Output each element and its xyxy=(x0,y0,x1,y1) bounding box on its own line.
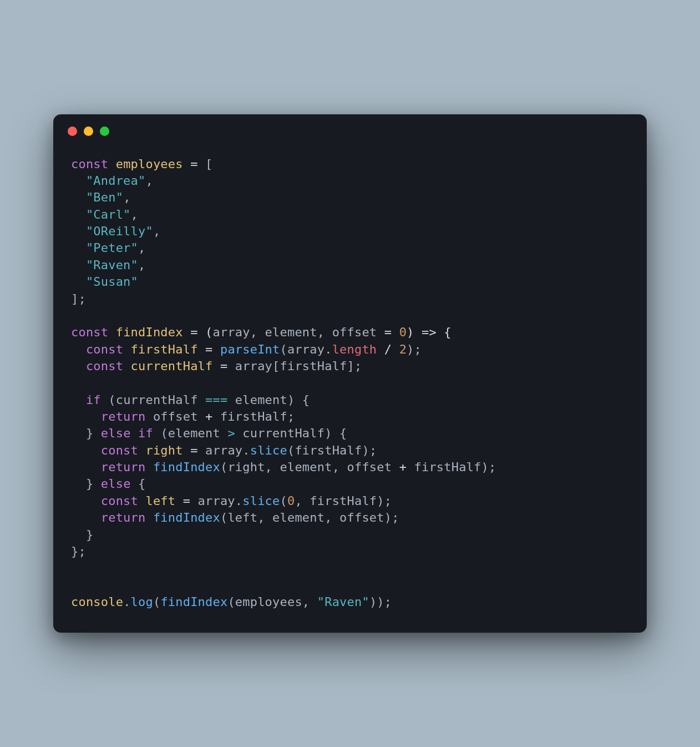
punc-rbrace: } xyxy=(86,426,93,440)
keyword-const: const xyxy=(86,342,123,356)
param-array: array xyxy=(212,325,250,339)
ref-currenthalf: currentHalf xyxy=(242,426,324,440)
punc-comma: , xyxy=(153,224,160,238)
ident-currenthalf: currentHalf xyxy=(131,359,213,373)
op-eq: = xyxy=(198,342,220,356)
punc-rparen-semi: ); xyxy=(362,443,377,457)
punc-rparen-rparen-semi: )); xyxy=(369,595,392,609)
ref-right: right xyxy=(227,460,265,474)
punc-dot: . xyxy=(242,443,250,457)
punc-lparen: ( xyxy=(280,342,287,356)
arrow-open: = ( xyxy=(183,325,213,339)
punc-rparen-semi: ); xyxy=(481,460,496,474)
keyword-return: return xyxy=(101,511,146,524)
punc-rbracket: ] xyxy=(347,359,354,373)
keyword-if: if xyxy=(86,393,101,407)
keyword-const: const xyxy=(86,359,123,373)
str-oreilly: "OReilly" xyxy=(86,224,153,238)
minimize-icon[interactable] xyxy=(84,127,93,136)
punc-semi: ; xyxy=(78,544,85,558)
fn-slice: slice xyxy=(242,494,280,508)
ref-element: element xyxy=(280,460,332,474)
keyword-else: else xyxy=(101,477,131,491)
ref-firsthalf: firstHalf xyxy=(310,494,377,508)
punc-rbrace: } xyxy=(71,544,78,558)
punc-lparen: ( xyxy=(160,426,168,440)
fn-slice: slice xyxy=(250,443,287,457)
op-plus: + xyxy=(392,460,414,474)
punc-rparen-semi: ); xyxy=(377,494,392,508)
punc-comma: , xyxy=(123,190,130,204)
fn-log: log xyxy=(131,595,153,609)
punc-dot: . xyxy=(235,494,242,508)
ref-element: element xyxy=(235,393,287,407)
punc-lparen: ( xyxy=(153,595,160,609)
punc-lparen: ( xyxy=(287,443,295,457)
param-element: element xyxy=(265,325,317,339)
punc-comma: , xyxy=(302,595,317,609)
ref-element: element xyxy=(272,511,324,524)
op-gt: > xyxy=(220,426,242,440)
punc-lparen: ( xyxy=(220,511,227,524)
punc-dot: . xyxy=(324,342,332,356)
num-zero: 0 xyxy=(399,325,407,339)
op-eq: = xyxy=(183,157,205,171)
punc-lbrace: { xyxy=(138,477,145,491)
op-eq: = xyxy=(183,443,205,457)
ref-array: array xyxy=(235,359,272,373)
punc-lparen: ( xyxy=(220,460,227,474)
param-offset: offset xyxy=(332,325,377,339)
zoom-icon[interactable] xyxy=(100,127,109,136)
fn-findindex: findIndex xyxy=(153,460,220,474)
str-susan: "Susan" xyxy=(86,275,138,289)
fn-findindex: findIndex xyxy=(153,511,220,524)
str-carl: "Carl" xyxy=(86,208,131,221)
ident-left: left xyxy=(145,494,175,508)
punc-semi: ; xyxy=(287,410,295,423)
ref-offset: offset xyxy=(153,410,198,423)
str-andrea: "Andrea" xyxy=(86,174,146,188)
window-titlebar xyxy=(53,114,647,139)
keyword-return: return xyxy=(101,460,146,474)
ident-employees: employees xyxy=(116,157,183,171)
punc-lparen: ( xyxy=(227,595,235,609)
ref-element: element xyxy=(168,426,220,440)
close-icon[interactable] xyxy=(68,127,77,136)
punc-comma: , xyxy=(257,511,272,524)
punc-rbracket-semi: ]; xyxy=(71,292,86,306)
punc-comma: , xyxy=(324,511,339,524)
keyword-const: const xyxy=(101,443,138,457)
op-tripleeq: === xyxy=(198,393,235,407)
ref-array: array xyxy=(198,494,235,508)
obj-console: console xyxy=(71,595,123,609)
keyword-const: const xyxy=(101,494,138,508)
op-eq: = xyxy=(377,325,399,339)
ref-employees: employees xyxy=(235,595,302,609)
str-ben: "Ben" xyxy=(86,190,123,204)
keyword-else: else xyxy=(101,426,131,440)
ref-firsthalf: firstHalf xyxy=(414,460,481,474)
keyword-return: return xyxy=(101,410,146,423)
punc-lbracket: [ xyxy=(272,359,280,373)
punc-comma: , xyxy=(131,208,138,221)
ref-offset: offset xyxy=(339,511,384,524)
punc-lparen: ( xyxy=(280,494,287,508)
ref-array: array xyxy=(287,342,324,356)
code-editor[interactable]: const employees = [ "Andrea", "Ben", "Ca… xyxy=(53,139,647,633)
op-div: / xyxy=(377,342,399,356)
num-zero: 0 xyxy=(287,494,295,508)
punc-comma: , xyxy=(317,325,332,339)
fn-parseint: parseInt xyxy=(220,342,280,356)
punc-rparen-semi: ); xyxy=(407,342,422,356)
keyword-const: const xyxy=(71,157,108,171)
ref-currenthalf: currentHalf xyxy=(116,393,198,407)
punc-rparen-lbrace: ) { xyxy=(324,426,347,440)
punc-semi: ; xyxy=(354,359,362,373)
ref-left: left xyxy=(227,511,257,524)
ident-right: right xyxy=(145,443,182,457)
arrow-suffix: ) => { xyxy=(407,325,452,339)
code-window: const employees = [ "Andrea", "Ben", "Ca… xyxy=(53,114,647,633)
keyword-if: if xyxy=(138,426,153,440)
prop-length: length xyxy=(332,342,377,356)
keyword-const: const xyxy=(71,325,108,339)
